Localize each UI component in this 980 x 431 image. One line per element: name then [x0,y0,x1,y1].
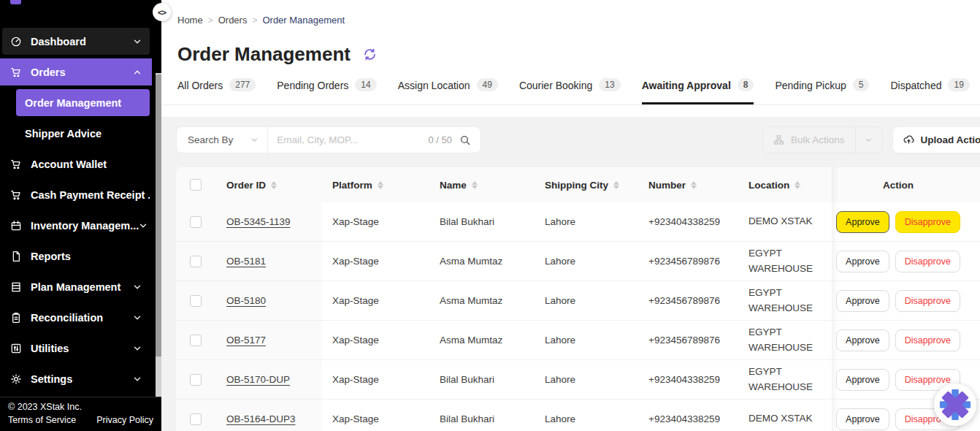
sidebar-item-label: Inventory Managem... [31,220,139,232]
location-cell: EGYPT WAREHOUSE [738,360,832,399]
cart-icon [10,159,22,170]
tab-label: Awaiting Approval [642,80,731,91]
row-checkbox[interactable] [190,413,202,425]
row-checkbox[interactable] [190,256,202,267]
order-id-link[interactable]: OB-5164-DUP3 [226,413,296,424]
disapprove-button[interactable]: Disapprove [895,251,960,272]
chevron-down-icon [133,283,142,291]
refresh-icon[interactable] [363,47,377,61]
tab-pending-orders[interactable]: Pending Orders14 [277,78,376,104]
tab-label: Pending Orders [277,80,348,91]
row-checkbox[interactable] [190,216,202,228]
sort-icon[interactable] [795,181,800,189]
sort-icon[interactable] [271,181,277,189]
terms-of-service-link[interactable]: Terms of Service [8,415,76,425]
sort-icon[interactable] [378,181,383,189]
search-by-dropdown[interactable]: Search By [177,127,267,153]
sidebar-item-reconciliation[interactable]: Reconciliation [2,304,150,331]
tab-dispatched[interactable]: Dispatched19 [890,78,969,104]
approve-button[interactable]: Approve [836,369,889,391]
table-row-ob-5164-dup3: OB-5164-DUP3Xap-StageBilal BukhariLahore… [176,400,980,431]
approve-button[interactable]: Approve [836,290,889,312]
sidebar-item-inventory-managem[interactable]: Inventory Managem... [2,212,150,239]
sidebar-item-cash-payment-receipt[interactable]: Cash Payment Receipt ... [2,181,150,208]
tab-count-badge: 5 [853,78,870,91]
disapprove-button[interactable]: Disapprove [895,290,960,312]
sort-icon[interactable] [472,181,478,189]
column-header-platform[interactable]: Platform [322,167,429,202]
search-icon[interactable] [459,134,481,146]
sidebar-footer: © 2023 XStak Inc. Terms of Service Priva… [0,397,161,431]
shipping-city-cell: Lahore [535,360,638,399]
sidebar-item-settings[interactable]: Settings [2,365,150,392]
xstak-logo-fragment [10,0,21,4]
disapprove-button[interactable]: Disapprove [895,211,960,233]
location-cell: DEMO XSTAK [738,202,832,241]
tab-count-badge: 49 [477,78,498,91]
sidebar-item-label: Reports [31,251,71,262]
tab-assign-location[interactable]: Assign Location49 [398,78,498,104]
sidebar-item-dashboard[interactable]: Dashboard [2,28,150,55]
sidebar-collapse-button[interactable]: <> [153,3,171,21]
disapprove-button[interactable]: Disapprove [895,329,960,351]
table-body: OB-5345-1139Xap-StageBilal BukhariLahore… [176,202,980,431]
number-cell: +923456789876 [638,242,738,281]
sidebar-item-utilities[interactable]: Utilities [2,335,150,362]
chevron-down-icon [133,313,142,322]
sidebar-item-account-wallet[interactable]: Account Wallet [2,150,150,178]
approve-button[interactable]: Approve [836,211,889,233]
order-id-link[interactable]: OB-5177 [226,335,266,346]
tab-courier-booking[interactable]: Courier Booking13 [519,78,621,104]
breadcrumb-orders[interactable]: Orders [218,15,263,26]
approve-button[interactable]: Approve [836,408,889,430]
tab-awaiting-approval[interactable]: Awaiting Approval8 [642,78,754,104]
sidebar-item-plan-management[interactable]: Plan Management [2,273,150,300]
sort-icon[interactable] [613,181,619,189]
sidebar-item-shipper-advice[interactable]: Shipper Advice [16,120,150,147]
bulk-actions-dropdown[interactable] [856,127,882,153]
order-id-link[interactable]: OB-5180 [226,295,266,306]
row-checkbox[interactable] [190,335,202,346]
sidebar-item-label: Orders [31,66,66,78]
sidebar-item-orders[interactable]: Orders [0,58,152,85]
sidebar-item-label: Settings [31,373,72,385]
sidebar-item-reports[interactable]: Reports [2,243,150,270]
order-id-link[interactable]: OB-5345-1139 [226,216,291,227]
sidebar-item-order-management[interactable]: Order Management [16,89,150,116]
location-cell: DEMO XSTAK [738,400,832,431]
chevron-down-icon [139,221,148,230]
tab-pending-pickup[interactable]: Pending Pickup5 [775,78,869,104]
order-management-app: DashboardOrdersOrder ManagementShipper A… [0,0,980,431]
sidebar-scrollbar[interactable] [156,73,161,431]
bulk-actions-button[interactable]: Bulk Actions [763,127,855,153]
clipboard-icon [10,312,22,324]
sidebar-item-label: Account Wallet [31,159,107,170]
privacy-policy-link[interactable]: Privacy Policy [96,415,153,425]
approve-button[interactable]: Approve [836,251,889,272]
breadcrumb-order-management: Order Management [262,15,345,26]
approve-button[interactable]: Approve [836,329,889,351]
shipping-city-cell: Lahore [535,400,638,431]
breadcrumb-home[interactable]: Home [177,15,218,26]
sidebar-scrollbar-thumb[interactable] [156,75,161,356]
column-header-number[interactable]: Number [638,167,738,202]
upload-actions-button[interactable]: Upload Actions [893,127,980,153]
search-input[interactable] [268,134,428,145]
tab-all-orders[interactable]: All Orders277 [177,78,256,104]
upload-cloud-icon [903,134,914,145]
row-checkbox[interactable] [190,374,202,386]
order-id-link[interactable]: OB-5181 [226,256,266,267]
order-id-link[interactable]: OB-5170-DUP [226,374,290,385]
sidebar-item-label: Cash Payment Receipt ... [31,189,150,201]
column-header-order-id[interactable]: Order ID [216,167,322,202]
number-cell: +923456789876 [638,281,738,320]
sliders-icon [10,343,22,354]
column-header-name[interactable]: Name [429,167,535,202]
sort-icon[interactable] [691,181,697,189]
row-checkbox[interactable] [190,295,202,307]
column-header-shipping-city[interactable]: Shipping City [535,167,638,202]
floating-brand-widget[interactable] [934,384,976,426]
select-all-checkbox[interactable] [190,179,202,191]
chevron-down-icon [133,344,142,353]
column-header-location[interactable]: Location [738,167,832,202]
